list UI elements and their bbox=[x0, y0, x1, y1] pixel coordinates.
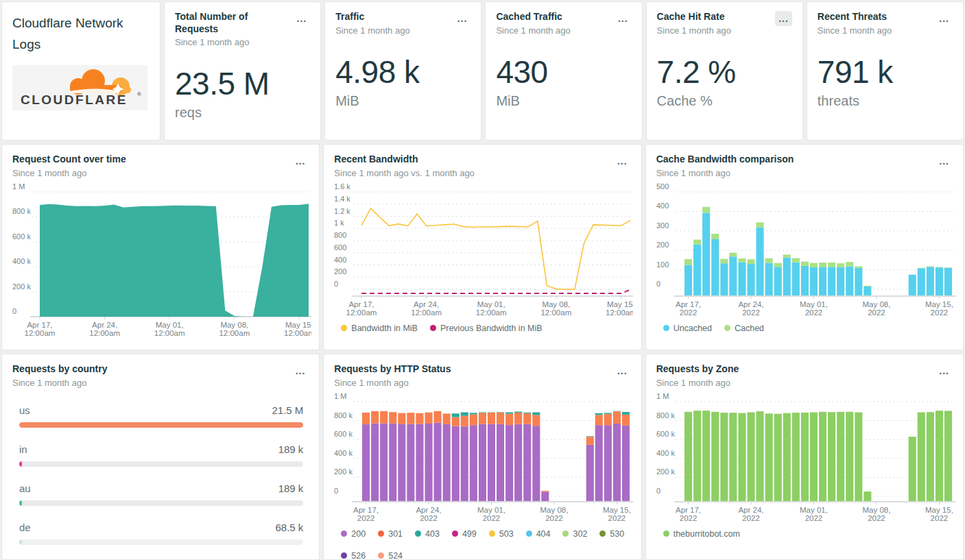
panel-menu-icon[interactable]: ... bbox=[936, 11, 953, 26]
svg-text:600 k: 600 k bbox=[656, 430, 675, 438]
panel-menu-icon[interactable]: ... bbox=[775, 11, 792, 26]
country-value: 189 k bbox=[278, 443, 304, 455]
panel-title: Recent Threats bbox=[818, 11, 892, 23]
country-bar-fill bbox=[19, 500, 22, 506]
panel-menu-icon[interactable]: ... bbox=[936, 363, 953, 378]
legend-dot-icon bbox=[724, 325, 730, 331]
svg-text:Apr 24,: Apr 24, bbox=[738, 300, 763, 308]
svg-text:0: 0 bbox=[12, 307, 16, 315]
http-status-legend: 200301403499503404302530526524 bbox=[334, 529, 630, 560]
cloudflare-wordmark: CLOUDFLARE bbox=[21, 93, 128, 107]
svg-text:600 k: 600 k bbox=[334, 430, 353, 438]
panel-subtitle: Since 1 month ago bbox=[12, 168, 126, 178]
cloudflare-logo: CLOUDFLARE ® bbox=[12, 65, 147, 110]
legend-dot-icon bbox=[452, 531, 458, 537]
country-bar-track bbox=[19, 422, 303, 428]
country-bar-fill bbox=[19, 422, 303, 428]
country-bar-list: us21.5 Min189 kau189 kde68.5 k bbox=[12, 404, 309, 545]
svg-text:May 15,: May 15, bbox=[925, 506, 953, 514]
svg-text:200 k: 200 k bbox=[12, 282, 31, 290]
cache-bandwidth-chart[interactable]: 5004003002001000Apr 17,2022Apr 24,2022Ma… bbox=[656, 184, 955, 317]
panel-subtitle: Since 1 month ago vs. 1 month ago bbox=[334, 168, 475, 178]
svg-text:May 01,: May 01, bbox=[477, 300, 505, 308]
country-bar-track bbox=[19, 500, 303, 506]
panel-recent-threats: Recent Threats Since 1 month ago ... 791… bbox=[807, 1, 964, 141]
legend-item[interactable]: 200 bbox=[341, 529, 366, 539]
request-count-chart[interactable]: 1 M800 k600 k400 k200 k0Apr 17,12:00amAp… bbox=[12, 184, 311, 337]
legend-item[interactable]: 301 bbox=[378, 529, 403, 539]
svg-text:400 k: 400 k bbox=[12, 257, 31, 265]
svg-text:2022: 2022 bbox=[679, 308, 697, 317]
legend-item[interactable]: 530 bbox=[599, 529, 624, 539]
legend-item[interactable]: 526 bbox=[341, 551, 366, 560]
panel-cached-traffic: Cached Traffic Since 1 month ago ... 430… bbox=[485, 1, 642, 141]
svg-text:400 k: 400 k bbox=[656, 448, 675, 456]
recent-bandwidth-chart[interactable]: 1.6 k1.4 k1.2 k1 k8006004002000Apr 17,12… bbox=[334, 184, 633, 317]
svg-text:1 M: 1 M bbox=[656, 393, 669, 400]
panel-menu-icon[interactable]: ... bbox=[294, 11, 311, 26]
legend-item[interactable]: 403 bbox=[415, 529, 440, 539]
panel-menu-icon[interactable]: ... bbox=[292, 363, 309, 378]
svg-text:2022: 2022 bbox=[868, 514, 885, 522]
svg-text:200 k: 200 k bbox=[334, 467, 353, 476]
svg-text:500: 500 bbox=[656, 184, 669, 191]
panel-dashboard-header: Cloudflare Network Logs CLOUDFLARE ® bbox=[1, 1, 160, 141]
top-row: Cloudflare Network Logs CLOUDFLARE ® T bbox=[1, 1, 964, 141]
svg-text:800 k: 800 k bbox=[656, 411, 675, 419]
legend-label: 524 bbox=[388, 551, 403, 560]
legend-item[interactable]: 302 bbox=[562, 529, 587, 539]
panel-subtitle: Since 1 month ago bbox=[656, 378, 739, 388]
country-label: in bbox=[19, 443, 27, 455]
svg-text:May 08,: May 08, bbox=[862, 300, 890, 308]
svg-text:12:00am: 12:00am bbox=[476, 308, 507, 317]
svg-text:600: 600 bbox=[334, 243, 346, 251]
svg-text:Apr 24,: Apr 24, bbox=[414, 300, 439, 308]
zone-legend: theburritobot.com bbox=[656, 529, 953, 539]
svg-text:200: 200 bbox=[656, 241, 669, 249]
country-row: in189 k bbox=[19, 443, 303, 467]
svg-text:Apr 24,: Apr 24, bbox=[92, 321, 117, 329]
legend-dot-icon bbox=[341, 552, 347, 559]
svg-text:Apr 17,: Apr 17, bbox=[676, 300, 701, 308]
svg-text:2022: 2022 bbox=[545, 514, 563, 522]
panel-menu-icon[interactable]: ... bbox=[614, 363, 631, 378]
country-value: 21.5 M bbox=[272, 404, 303, 416]
legend-item[interactable]: Bandwidth in MiB bbox=[341, 324, 418, 333]
panel-title: Cached Traffic bbox=[496, 11, 570, 23]
svg-text:2022: 2022 bbox=[930, 308, 948, 317]
svg-text:300: 300 bbox=[656, 221, 669, 229]
zone-chart[interactable]: 1 M800 k600 k400 k200 k0Apr 17,2022Apr 2… bbox=[656, 393, 955, 522]
svg-text:Apr 17,: Apr 17, bbox=[353, 506, 379, 514]
panel-menu-icon[interactable]: ... bbox=[936, 154, 953, 169]
legend-item[interactable]: Cached bbox=[724, 324, 764, 333]
legend-item[interactable]: 503 bbox=[489, 529, 514, 539]
legend-item[interactable]: Uncached bbox=[663, 324, 712, 333]
http-status-chart[interactable]: 1 M800 k600 k400 k200 k0Apr 17,2022Apr 2… bbox=[334, 393, 633, 522]
panel-menu-icon[interactable]: ... bbox=[292, 154, 309, 169]
panel-menu-icon[interactable]: ... bbox=[614, 154, 631, 169]
panel-requests-by-http-status: Requests by HTTP Status Since 1 month ag… bbox=[323, 354, 641, 560]
legend-item[interactable]: theburritobot.com bbox=[663, 529, 740, 539]
svg-text:May 08,: May 08, bbox=[220, 321, 248, 329]
panel-subtitle: Since 1 month ago bbox=[496, 25, 570, 36]
legend-dot-icon bbox=[430, 325, 436, 331]
legend-label: 403 bbox=[425, 529, 440, 539]
legend-label: 503 bbox=[499, 529, 514, 539]
country-label: us bbox=[19, 404, 30, 416]
stat-value: 7.2 % bbox=[657, 53, 792, 90]
legend-item[interactable]: 524 bbox=[378, 551, 403, 560]
svg-text:600 k: 600 k bbox=[12, 232, 31, 240]
panel-title: Requests by HTTP Status bbox=[334, 363, 451, 376]
legend-label: 530 bbox=[610, 529, 624, 539]
svg-text:Apr 24,: Apr 24, bbox=[416, 506, 442, 514]
legend-item[interactable]: Previous Bandwidth in MiB bbox=[430, 324, 543, 333]
legend-item[interactable]: 404 bbox=[526, 529, 551, 539]
panel-menu-icon[interactable]: ... bbox=[454, 11, 471, 26]
legend-label: 302 bbox=[573, 529, 587, 539]
stat-value: 23.5 M bbox=[175, 65, 310, 102]
svg-text:Apr 17,: Apr 17, bbox=[676, 506, 701, 514]
legend-item[interactable]: 499 bbox=[452, 529, 477, 539]
panel-title: Requests by country bbox=[12, 363, 107, 376]
panel-menu-icon[interactable]: ... bbox=[615, 11, 632, 26]
panel-requests-by-zone: Requests by Zone Since 1 month ago ... 1… bbox=[645, 354, 964, 560]
